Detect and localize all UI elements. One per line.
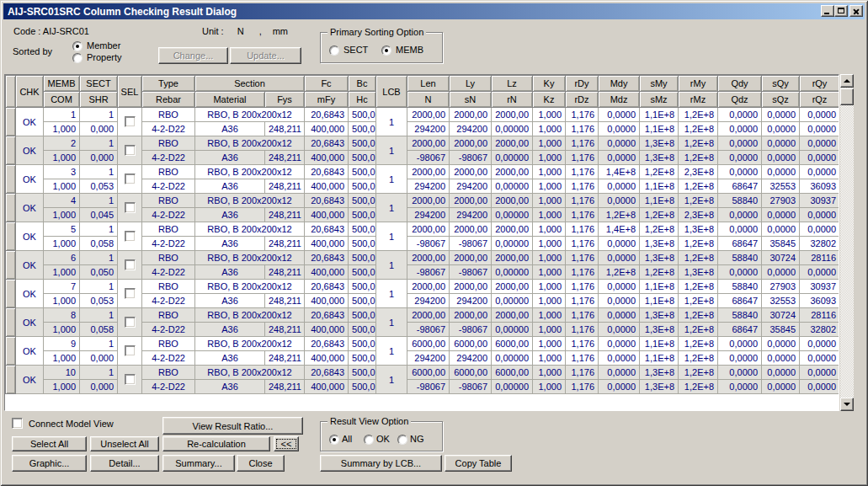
cell-sect: 1 bbox=[80, 136, 118, 151]
cell-qdz: 68647 bbox=[718, 294, 762, 308]
grid-header-ly: Ly bbox=[450, 76, 492, 92]
cell-sel bbox=[118, 308, 142, 337]
cell-fc: 20,6843 bbox=[305, 308, 349, 323]
cell-sn: -98067 bbox=[450, 380, 492, 394]
scroll-up-button[interactable] bbox=[840, 74, 854, 88]
cell-sqy: 30724 bbox=[762, 251, 800, 265]
recalculation-button[interactable]: Re-calculation bbox=[162, 436, 270, 451]
cell-len: 2000,00 bbox=[407, 222, 450, 237]
row-select-checkbox[interactable] bbox=[125, 145, 136, 156]
cell-rdz: 1,176 bbox=[566, 208, 599, 222]
row-select-checkbox[interactable] bbox=[125, 288, 136, 299]
result-view-all-radio[interactable] bbox=[329, 435, 339, 445]
arrow-up-icon bbox=[844, 79, 850, 83]
result-view-option-title: Result View Option bbox=[327, 416, 411, 426]
cell-shr: 0,053 bbox=[80, 294, 118, 308]
cell-section: RBO, B 200x200x12 bbox=[195, 165, 305, 179]
cell-kz: 1,000 bbox=[533, 122, 566, 136]
cell-rn: 0,00000 bbox=[492, 237, 533, 251]
vertical-scrollbar[interactable] bbox=[840, 74, 854, 411]
cell-smy: 1,1E+8 bbox=[640, 337, 679, 351]
cell-rmy: 1,2E+8 bbox=[679, 308, 718, 323]
close-button[interactable]: Close bbox=[237, 455, 285, 472]
cell-smy: 1,3E+8 bbox=[640, 366, 679, 380]
row-select-checkbox[interactable] bbox=[125, 174, 136, 184]
summary-button[interactable]: Summary... bbox=[162, 455, 235, 472]
minimize-button[interactable] bbox=[821, 5, 834, 17]
collapse-button[interactable]: << bbox=[274, 436, 299, 451]
cell-qdz: 0,0000 bbox=[718, 122, 762, 136]
primary-memb-radio[interactable] bbox=[381, 45, 391, 56]
grid-header-sel: SEL bbox=[118, 76, 142, 108]
grid-header-fys: Fys bbox=[265, 92, 305, 108]
cell-rdy: 1,176 bbox=[566, 366, 599, 380]
primary-sorting-option-title: Primary Sorting Option bbox=[327, 27, 426, 37]
scrollbar-thumb[interactable] bbox=[840, 88, 854, 105]
cell-chk: OK bbox=[16, 308, 44, 337]
sorted-by-member-radio[interactable] bbox=[72, 41, 83, 51]
cell-qdy: 58840 bbox=[718, 308, 762, 323]
summary-by-lcb-button[interactable]: Summary by LCB... bbox=[320, 455, 442, 472]
copy-table-button[interactable]: Copy Table bbox=[445, 455, 512, 472]
table-row: OK91RBORBO, B 200x200x1220,6843500,01600… bbox=[6, 337, 840, 351]
result-view-ng-radio[interactable] bbox=[397, 435, 407, 445]
cell-material: A36 bbox=[195, 237, 265, 251]
table-row: OK41RBORBO, B 200x200x1220,6843500,01200… bbox=[6, 194, 840, 208]
cell-qdz: 0,0000 bbox=[718, 265, 762, 280]
cell-shr: 0,045 bbox=[80, 208, 118, 222]
cell-fys: 248,211 bbox=[265, 122, 305, 136]
cell-kz: 1,000 bbox=[533, 208, 566, 222]
cell-len: 6000,00 bbox=[407, 337, 450, 351]
cell-material: A36 bbox=[195, 351, 265, 366]
maximize-button[interactable] bbox=[834, 5, 848, 17]
row-select-checkbox[interactable] bbox=[125, 317, 136, 328]
cell-lcb: 1 bbox=[376, 194, 407, 222]
cell-rdz: 1,176 bbox=[566, 294, 599, 308]
cell-lz: 2000,00 bbox=[492, 194, 533, 208]
row-select-checkbox[interactable] bbox=[125, 374, 136, 385]
grid-header-lz: Lz bbox=[492, 76, 533, 92]
cell-shr: 0,053 bbox=[80, 179, 118, 194]
primary-sect-radio[interactable] bbox=[329, 45, 339, 56]
cell-rqy: 0,0000 bbox=[800, 337, 839, 351]
row-select-checkbox[interactable] bbox=[125, 231, 136, 242]
cell-rmy: 2,3E+8 bbox=[679, 165, 718, 179]
row-select-checkbox[interactable] bbox=[125, 259, 136, 270]
grid-header-com: COM bbox=[44, 92, 80, 108]
sorted-by-property-radio[interactable] bbox=[72, 53, 83, 63]
cell-rmz: 1,2E+8 bbox=[679, 294, 718, 308]
row-select-checkbox[interactable] bbox=[125, 202, 136, 213]
cell-smz: 1,3E+8 bbox=[640, 151, 679, 165]
cell-kz: 1,000 bbox=[533, 237, 566, 251]
graphic-button[interactable]: Graphic... bbox=[12, 455, 87, 472]
cell-mfy: 400,000 bbox=[305, 208, 349, 222]
cell-n: 294200 bbox=[407, 351, 450, 366]
cell-kz: 1,000 bbox=[533, 294, 566, 308]
cell-fys: 248,211 bbox=[265, 351, 305, 366]
cell-rdy: 1,176 bbox=[566, 251, 599, 265]
unselect-all-button[interactable]: Unselect All bbox=[90, 436, 159, 451]
cell-ly: 2000,00 bbox=[450, 280, 492, 294]
row-select-checkbox[interactable] bbox=[125, 116, 136, 127]
connect-model-view-checkbox[interactable] bbox=[12, 418, 23, 429]
table-row: OK11RBORBO, B 200x200x1220,6843500,01200… bbox=[6, 108, 840, 122]
result-view-ok-radio[interactable] bbox=[364, 435, 374, 445]
cell-rqy: 30937 bbox=[800, 194, 839, 208]
detail-button[interactable]: Detail... bbox=[90, 455, 159, 472]
cell-material: A36 bbox=[195, 122, 265, 136]
cell-len: 2000,00 bbox=[407, 108, 450, 122]
scroll-down-button[interactable] bbox=[840, 398, 854, 411]
grid-header-smy: sMy bbox=[640, 76, 679, 92]
cell-mdz: 0,0000 bbox=[599, 294, 640, 308]
cell-chk: OK bbox=[16, 337, 44, 366]
cell-ly: 2000,00 bbox=[450, 194, 492, 208]
cell-mfy: 400,000 bbox=[305, 380, 349, 394]
select-all-button[interactable]: Select All bbox=[12, 436, 87, 451]
close-window-button[interactable] bbox=[849, 5, 863, 17]
view-result-ratio-button[interactable]: View Result Ratio... bbox=[162, 417, 303, 435]
cell-n: 294200 bbox=[407, 294, 450, 308]
cell-lz: 2000,00 bbox=[492, 280, 533, 294]
row-select-checkbox[interactable] bbox=[125, 345, 136, 356]
cell-bc: 500,0 bbox=[349, 337, 376, 351]
cell-n: -98067 bbox=[407, 151, 450, 165]
